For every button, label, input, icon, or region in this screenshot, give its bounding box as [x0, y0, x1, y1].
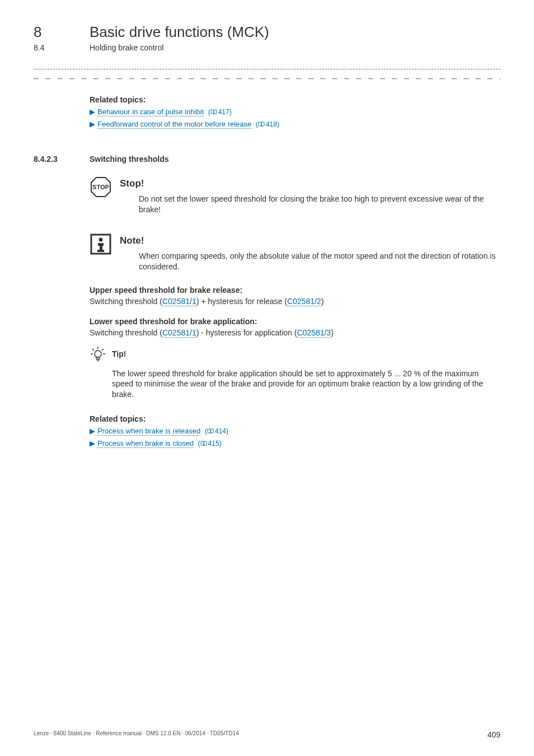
list-item: ▶Process when brake is closed (415) [90, 439, 500, 448]
section-number: 8.4 [34, 43, 90, 52]
footer-text: Lenze · 8400 StateLine · Reference manua… [34, 730, 239, 739]
text: Switching threshold ( [90, 328, 162, 337]
page-number: 418 [266, 120, 277, 128]
section-title: Holding brake control [90, 43, 163, 52]
arrow-icon: ▶ [90, 439, 95, 447]
list-item: ▶Behaviour in case of pulse inhibit (417… [90, 108, 500, 116]
book-icon [210, 109, 217, 116]
upper-text: Switching threshold (C02581/1) + hystere… [90, 297, 500, 306]
svg-line-9 [102, 349, 104, 351]
page-number: 417 [218, 108, 229, 116]
svg-rect-6 [97, 250, 104, 252]
related-heading: Related topics: [90, 414, 500, 423]
link-c02581-1[interactable]: C02581/1 [162, 297, 196, 306]
svg-rect-13 [96, 357, 100, 359]
lower-text: Switching threshold (C02581/1) - hystere… [90, 328, 500, 337]
lower-heading: Lower speed threshold for brake applicat… [90, 317, 500, 326]
text: ) - hysteresis for application ( [196, 328, 297, 337]
note-icon [90, 233, 112, 258]
page-number: 409 [488, 730, 500, 739]
svg-rect-5 [100, 243, 102, 251]
list-item: ▶Process when brake is released (414) [90, 427, 500, 436]
stop-icon: STOP [90, 176, 112, 200]
text: ) + hysteresis for release ( [196, 297, 287, 306]
link-c02581-2[interactable]: C02581/2 [287, 297, 321, 306]
page-reference[interactable]: (414) [205, 427, 228, 435]
arrow-icon: ▶ [90, 427, 95, 435]
book-icon [258, 121, 265, 129]
text: ) [321, 297, 324, 306]
horizontal-rule: _ _ _ _ _ _ _ _ _ _ _ _ _ _ _ _ _ _ _ _ … [34, 69, 500, 80]
link-process-brake-closed[interactable]: Process when brake is closed [97, 439, 194, 448]
tip-icon [90, 346, 109, 365]
page-reference[interactable]: (418) [256, 120, 279, 128]
text: Switching threshold ( [90, 297, 162, 306]
page-reference[interactable]: (415) [198, 440, 222, 447]
tip-text: The lower speed threshold for brake appl… [112, 368, 500, 400]
arrow-icon: ▶ [90, 108, 95, 116]
svg-point-3 [99, 237, 103, 241]
page-number: 414 [215, 427, 226, 435]
link-process-brake-released[interactable]: Process when brake is released [97, 427, 200, 436]
page-number: 415 [208, 440, 219, 447]
subsection-number: 8.4.2.3 [34, 155, 90, 164]
note-title: Note! [120, 235, 500, 246]
link-c02581-3[interactable]: C02581/3 [297, 328, 331, 338]
book-icon [200, 440, 207, 448]
chapter-number: 8 [34, 24, 90, 41]
stop-text: Do not set the lower speed threshold for… [139, 194, 500, 215]
list-item: ▶Feedforward control of the motor before… [90, 120, 500, 129]
related-heading: Related topics: [90, 95, 500, 104]
subsection-title: Switching thresholds [90, 155, 169, 164]
tip-title: Tip! [112, 349, 126, 358]
stop-title: Stop! [120, 178, 500, 189]
text: ) [331, 328, 334, 337]
chapter-title: Basic drive functions (MCK) [90, 24, 269, 41]
link-c02581-1[interactable]: C02581/1 [162, 328, 196, 338]
link-feedforward-control[interactable]: Feedforward control of the motor before … [97, 120, 251, 129]
svg-text:STOP: STOP [92, 184, 109, 190]
svg-line-8 [92, 349, 94, 351]
svg-point-12 [95, 351, 101, 357]
upper-heading: Upper speed threshold for brake release: [90, 286, 500, 295]
note-text: When comparing speeds, only the absolute… [139, 251, 500, 272]
book-icon [207, 428, 214, 436]
link-behaviour-pulse-inhibit[interactable]: Behaviour in case of pulse inhibit [97, 108, 204, 116]
page-reference[interactable]: (417) [208, 108, 232, 116]
arrow-icon: ▶ [90, 120, 95, 128]
